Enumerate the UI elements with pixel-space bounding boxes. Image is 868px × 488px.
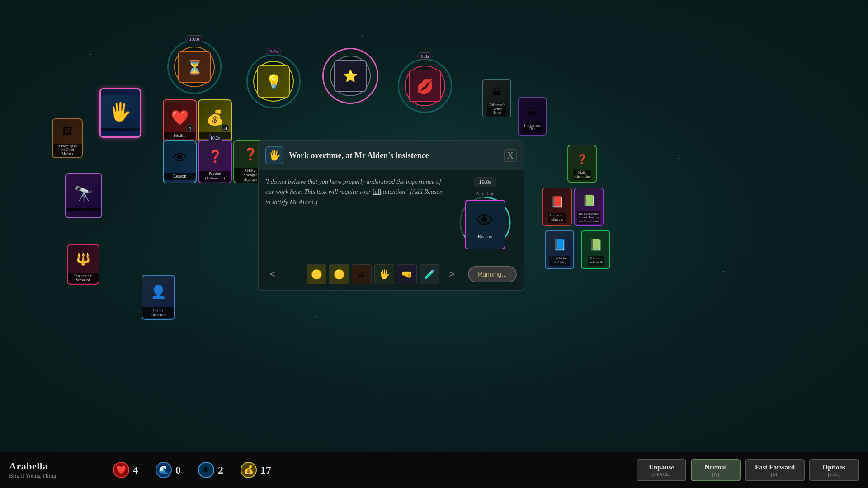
card-hand[interactable]: 🖐	[99, 88, 141, 138]
dialog-slot-1[interactable]: 🟡	[307, 264, 326, 284]
verb-slot-star[interactable]: ⭐	[323, 49, 377, 103]
bottom-buttons: Unpause [SPACE] Normal [N] Fast Forward …	[637, 459, 859, 481]
dialog-text: 'I do not believe that you have properly…	[265, 177, 447, 207]
dialog-next-button[interactable]: >	[444, 266, 459, 282]
dialog-attention-label: Attention	[476, 191, 495, 196]
player-info: Arabella Bright Young Thing	[9, 460, 90, 479]
normal-button[interactable]: Normal [N]	[691, 459, 741, 481]
mystery-value: 0	[175, 464, 187, 476]
stat-reason: 👁 2	[198, 462, 229, 478]
health-icon: ❤️	[113, 462, 129, 478]
unpause-button[interactable]: Unpause [SPACE]	[637, 459, 686, 481]
verb-slot-2-timer: 2.9s	[266, 48, 281, 55]
verb-slot-1-timer: 19.8s	[185, 35, 203, 42]
card-health[interactable]: ❤️ Health 4	[163, 99, 197, 143]
health-value: 4	[133, 464, 144, 476]
card-kuhner[interactable]: 📗 Kühnerand Gerth	[581, 230, 610, 269]
dialog-text-area: 'I do not believe that you have properly…	[265, 177, 447, 254]
health-badge: 4	[186, 124, 194, 132]
card-oriflamme[interactable]: 🏛 Oriflamme'sAuctionHouse	[482, 79, 511, 117]
dialog-close-button[interactable]: X	[504, 149, 517, 162]
card-locksmith[interactable]: 📗 The Locksmith'sDream: Portionsand Prop…	[574, 188, 604, 226]
dialog-slot-4[interactable]: 🖐	[374, 264, 394, 284]
fast-forward-button[interactable]: Fast Forward [M]	[745, 459, 805, 481]
dialog-window: 🖐 Work overtime, at Mr Alden's insistenc…	[258, 140, 524, 291]
card-apollo[interactable]: 📕 Apollo andMarsyas	[542, 188, 572, 226]
dialog-slots: 🟡 🟡 ⚔ 🖐 🤜 🧪	[285, 264, 439, 284]
card-collection[interactable]: 📘 A Collectionof Poetry	[545, 230, 574, 269]
dialog-icon: 🖐	[265, 146, 283, 164]
dialog-title: Work overtime, at Mr Alden's insistence	[289, 151, 499, 160]
dialog-card-icon: 👁	[476, 210, 494, 231]
options-button[interactable]: Options [ESC]	[809, 459, 859, 481]
funds-badge: 14	[221, 124, 229, 132]
dialog-slot-2[interactable]: 🟡	[329, 264, 349, 284]
dialog-run-button[interactable]: Running...	[468, 266, 517, 282]
dialog-slot-5[interactable]: 🤜	[397, 264, 417, 284]
verb-slot-hourglass[interactable]: ⏳ 19.8s	[167, 40, 222, 94]
dialog-header: 🖐 Work overtime, at Mr Alden's insistenc…	[259, 141, 524, 170]
card-passion[interactable]: 10.2s ❓ Passion(Exhausted)	[198, 140, 232, 183]
dialog-footer: < 🟡 🟡 ⚔ 🖐 🤜 🧪 > Running...	[259, 261, 524, 290]
card-reason[interactable]: 👁 Reason	[163, 140, 197, 183]
verb-slot-4-timer: 6.8s	[417, 52, 433, 60]
dialog-card-name: Reason	[478, 234, 492, 239]
verb-slot-lightbulb[interactable]: 💡 2.9s	[246, 54, 301, 108]
bottom-stats: ❤️ 4 🌊 0 👁 2 💰 17	[113, 462, 623, 478]
reason-value: 2	[218, 464, 229, 476]
funds-value: 17	[260, 464, 272, 476]
verb-slot-lips[interactable]: 💋 6.8s	[398, 59, 452, 113]
card-poppy[interactable]: 👤 PoppyLascelles	[142, 275, 175, 320]
player-title: Bright Young Thing	[9, 472, 90, 479]
dialog-slot-6[interactable]: 🧪	[420, 264, 439, 284]
stat-funds: 💰 17	[241, 462, 272, 478]
reason-icon: 👁	[198, 462, 214, 478]
dialog-body: 'I do not believe that you have properly…	[259, 170, 524, 261]
stat-mystery: 🌊 0	[156, 462, 187, 478]
stat-health: ❤️ 4	[113, 462, 144, 478]
game-board: ⏳ 19.8s 💡 2.9s ⭐ 💋 6.8s 🖐	[0, 0, 868, 452]
card-telescope[interactable]: 🔭	[65, 173, 102, 218]
dialog-reason-card[interactable]: 👁 Reason	[465, 200, 505, 249]
card-temptation[interactable]: 🔱 Temptation:Sensation	[67, 244, 99, 285]
funds-icon: 💰	[241, 462, 257, 478]
dialog-card-arc: 👁 Reason	[465, 200, 505, 249]
dialog-timer: 19.8s	[474, 177, 496, 187]
dialog-card-area: 19.8s Attention 👁 Reason	[453, 177, 517, 254]
dialog-slot-3[interactable]: ⚔	[352, 264, 372, 284]
card-ecstasis[interactable]: 🏛 The EcstasisClub	[518, 97, 547, 136]
card-skill-scholarship[interactable]: ❓ Skill:Scholarship	[567, 145, 597, 183]
dialog-prev-button[interactable]: <	[265, 266, 280, 282]
card-painting[interactable]: 🖼 A Painting ofthe OuterMansus	[52, 118, 83, 158]
mystery-icon: 🌊	[156, 462, 172, 478]
player-name: Arabella	[9, 460, 90, 472]
bottom-bar: Arabella Bright Young Thing ❤️ 4 🌊 0 👁 2…	[0, 452, 868, 488]
